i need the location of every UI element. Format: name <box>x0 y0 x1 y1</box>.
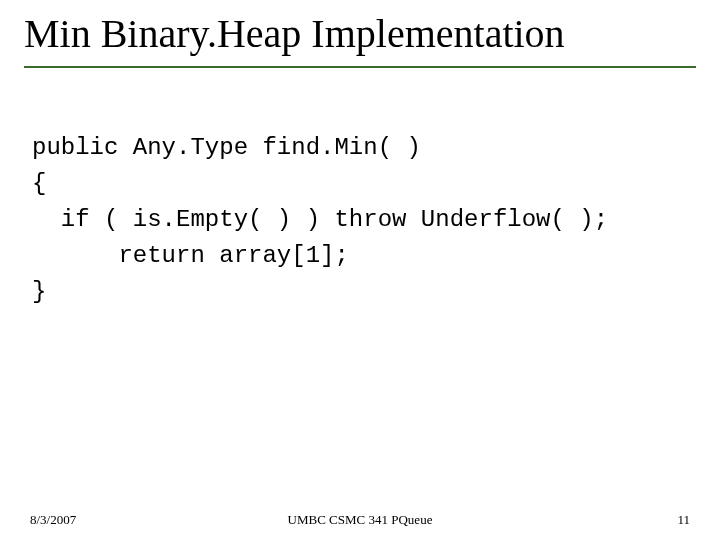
footer: 8/3/2007 UMBC CSMC 341 PQueue 11 <box>0 508 720 528</box>
footer-page-number: 11 <box>677 512 690 528</box>
page-title: Min Binary.Heap Implementation <box>24 12 696 62</box>
code-line-2: { <box>32 170 46 197</box>
code-line-3: if ( is.Empty( ) ) throw Underflow( ); <box>32 206 608 233</box>
code-block: public Any.Type find.Min( ) { if ( is.Em… <box>32 130 688 310</box>
title-block: Min Binary.Heap Implementation <box>24 12 696 68</box>
slide: Min Binary.Heap Implementation public An… <box>0 0 720 540</box>
code-line-4: return array[1]; <box>32 242 349 269</box>
footer-center: UMBC CSMC 341 PQueue <box>0 512 720 528</box>
code-line-1: public Any.Type find.Min( ) <box>32 134 421 161</box>
title-underline <box>24 66 696 68</box>
code-line-5: } <box>32 278 46 305</box>
